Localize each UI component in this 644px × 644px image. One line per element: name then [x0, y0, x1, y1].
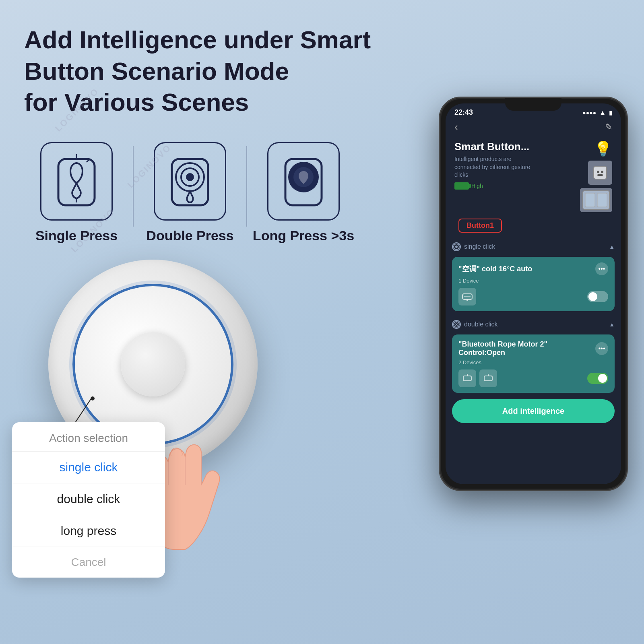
single-click-card-sub: 1 Device	[458, 278, 608, 284]
popup-item-double-click[interactable]: double click	[12, 483, 165, 515]
double-press-svg	[164, 151, 216, 211]
battery-icon	[454, 182, 469, 190]
phone-section: 22:43 ●●●● ▲ ▮ ‹ ✎	[439, 97, 628, 491]
double-click-thumb-row	[458, 369, 608, 387]
device-battery: High	[454, 182, 580, 190]
device-info: Smart Button... Intelligent products are…	[454, 140, 580, 190]
action-popup: Action selection single click double cli…	[12, 422, 165, 578]
phone-nav: ‹ ✎	[446, 117, 621, 137]
phone-frame: 22:43 ●●●● ▲ ▮ ‹ ✎	[439, 97, 628, 491]
single-click-thumb-row	[458, 288, 608, 305]
svg-rect-16	[594, 166, 607, 179]
motor-thumb-1	[458, 369, 476, 387]
svg-point-30	[456, 324, 457, 325]
svg-point-15	[91, 396, 95, 400]
single-click-header: single click ▲	[452, 239, 615, 254]
svg-rect-31	[463, 376, 471, 381]
add-intelligence-button[interactable]: Add intelligence	[452, 399, 615, 423]
status-time: 22:43	[454, 108, 473, 117]
single-press-label: Single Press	[35, 228, 118, 244]
double-click-card: "Bluetooth Rope Motor 2" Control:Open ••…	[452, 334, 615, 393]
double-click-label: double click	[464, 321, 498, 328]
double-click-expand[interactable]: ▲	[609, 321, 615, 328]
double-click-header: double click ▲	[452, 317, 615, 332]
single-click-card: "空调" cold 16°C auto ••• 1 Device	[452, 257, 615, 311]
svg-point-27	[466, 299, 468, 301]
long-press-icon-box	[267, 142, 340, 221]
svg-point-7	[186, 173, 194, 181]
edit-button[interactable]: ✎	[605, 122, 612, 132]
single-press-item: Single Press	[32, 142, 121, 244]
single-click-section: single click ▲ "空调" cold 16°C auto ••• 1…	[452, 239, 615, 311]
double-click-card-header: "Bluetooth Rope Motor 2" Control:Open ••…	[458, 340, 608, 357]
bottom-area: Action selection single click double cli…	[24, 260, 620, 582]
device-desc: Intelligent products are connected by di…	[454, 155, 535, 179]
single-click-thumbs	[458, 288, 476, 305]
single-click-expand[interactable]: ▲	[609, 244, 615, 250]
signal-icon: ●●●●	[582, 109, 596, 116]
status-icons: ●●●● ▲ ▮	[582, 109, 612, 116]
divider-2	[246, 146, 247, 227]
curtain-icon	[580, 188, 612, 212]
long-press-svg	[277, 151, 330, 211]
popup-item-single-click[interactable]: single click	[12, 452, 165, 483]
device-name: Smart Button...	[454, 140, 580, 153]
back-button[interactable]: ‹	[454, 121, 458, 133]
wifi-icon: ▲	[599, 109, 606, 116]
svg-rect-25	[462, 294, 472, 299]
single-click-card-title: "空调" cold 16°C auto	[458, 264, 532, 274]
device-images: 💡	[580, 140, 612, 212]
popup-item-long-press[interactable]: long press	[12, 515, 165, 547]
double-click-icon	[452, 320, 461, 329]
svg-rect-21	[585, 193, 595, 207]
double-press-icon-box	[154, 142, 226, 221]
single-click-toggle[interactable]	[587, 291, 608, 302]
phone-screen: 22:43 ●●●● ▲ ▮ ‹ ✎	[446, 103, 621, 484]
svg-rect-19	[597, 174, 603, 176]
double-press-item: Double Press	[146, 142, 234, 244]
single-press-icon-box	[40, 142, 113, 221]
svg-rect-33	[484, 376, 492, 381]
main-container: LOGINOVO LOGINOVO LOGINOVO LOGINOVO LOGI…	[0, 0, 644, 644]
outlet-icon	[588, 161, 612, 185]
popup-title: Action selection	[12, 422, 165, 452]
double-click-card-sub: 2 Devices	[458, 359, 608, 365]
device-header: Smart Button... Intelligent products are…	[446, 137, 621, 219]
single-click-label: single click	[464, 243, 495, 250]
divider-1	[133, 146, 134, 227]
single-click-more-btn[interactable]: •••	[595, 262, 608, 275]
long-press-item: Long Press >3s	[259, 142, 348, 244]
single-click-card-header: "空调" cold 16°C auto •••	[458, 262, 608, 275]
popup-cancel[interactable]: Cancel	[12, 547, 165, 578]
double-click-header-left: double click	[452, 320, 498, 329]
single-click-header-left: single click	[452, 242, 495, 251]
double-click-section: double click ▲ "Bluetooth Rope Motor 2" …	[452, 317, 615, 393]
double-click-more-btn[interactable]: •••	[595, 342, 608, 355]
double-click-toggle[interactable]	[587, 373, 608, 384]
battery-status-icon: ▮	[609, 109, 612, 116]
single-click-icon	[452, 242, 461, 251]
double-press-label: Double Press	[146, 228, 233, 244]
bulb-icon: 💡	[594, 140, 612, 157]
double-click-thumbs	[458, 369, 497, 387]
phone-notch	[505, 98, 561, 111]
double-click-card-title: "Bluetooth Rope Motor 2" Control:Open	[458, 340, 595, 357]
svg-point-17	[597, 171, 599, 173]
smart-button-center	[121, 332, 185, 396]
button-tab[interactable]: Button1	[458, 219, 502, 233]
motor-thumb-2	[479, 369, 497, 387]
page-title: Add Intelligence under Smart Button Scen…	[24, 24, 386, 118]
ac-thumb	[458, 288, 476, 305]
left-section: Action selection single click double cli…	[24, 260, 306, 582]
svg-point-24	[455, 246, 458, 248]
single-press-svg	[50, 151, 103, 211]
svg-rect-22	[597, 193, 607, 207]
long-press-label: Long Press >3s	[253, 228, 354, 244]
svg-point-18	[601, 171, 603, 173]
battery-label: High	[471, 183, 483, 189]
